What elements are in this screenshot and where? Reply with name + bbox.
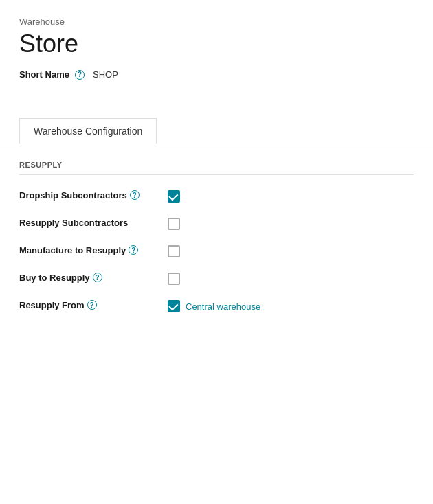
page-title: Store: [19, 30, 414, 58]
config-row-resupply-from: Resupply From ? Central warehouse: [19, 299, 414, 312]
buy-checkbox[interactable]: [168, 273, 180, 285]
breadcrumb: Warehouse: [19, 16, 414, 27]
dropship-label: Dropship Subcontractors ?: [19, 189, 157, 201]
resupply-from-checkbox-cell: Central warehouse: [168, 299, 260, 312]
dropship-help-icon[interactable]: ?: [130, 190, 140, 200]
manufacture-checkbox-cell: [168, 244, 180, 257]
tab-content: RESUPPLY Dropship Subcontractors ? Resup…: [0, 144, 433, 343]
short-name-value: SHOP: [93, 69, 118, 80]
resupply-from-help-icon[interactable]: ?: [87, 300, 97, 310]
buy-help-icon[interactable]: ?: [93, 273, 102, 282]
buy-checkbox-cell: [168, 271, 180, 285]
short-name-help-icon[interactable]: ?: [75, 70, 85, 80]
config-row-dropship: Dropship Subcontractors ?: [19, 189, 414, 203]
short-name-row: Short Name ? SHOP: [19, 69, 414, 80]
resupply-sub-checkbox-cell: [168, 216, 180, 230]
manufacture-label: Manufacture to Resupply ?: [19, 244, 157, 255]
tab-warehouse-configuration[interactable]: Warehouse Configuration: [19, 118, 157, 144]
resupply-from-label: Resupply From ?: [19, 299, 157, 310]
resupply-sub-label: Resupply Subcontractors: [19, 216, 157, 228]
config-row-buy: Buy to Resupply ?: [19, 271, 414, 285]
config-row-manufacture: Manufacture to Resupply ?: [19, 244, 414, 257]
resupply-from-checkbox[interactable]: [168, 300, 180, 312]
dropship-checkbox[interactable]: [168, 190, 180, 203]
manufacture-checkbox[interactable]: [168, 245, 180, 257]
page-header: Warehouse Store Short Name ? SHOP: [0, 0, 433, 96]
resupply-sub-checkbox[interactable]: [168, 218, 180, 230]
config-row-resupply-sub: Resupply Subcontractors: [19, 216, 414, 230]
resupply-section-title: RESUPPLY: [19, 161, 414, 175]
resupply-from-warehouse-label: Central warehouse: [186, 301, 260, 312]
manufacture-help-icon[interactable]: ?: [129, 245, 138, 255]
tabs-container: Warehouse Configuration: [0, 118, 433, 144]
dropship-checkbox-cell: [168, 189, 180, 203]
buy-label: Buy to Resupply ?: [19, 271, 157, 283]
short-name-label: Short Name: [19, 69, 69, 80]
resupply-from-option: Central warehouse: [168, 300, 260, 312]
